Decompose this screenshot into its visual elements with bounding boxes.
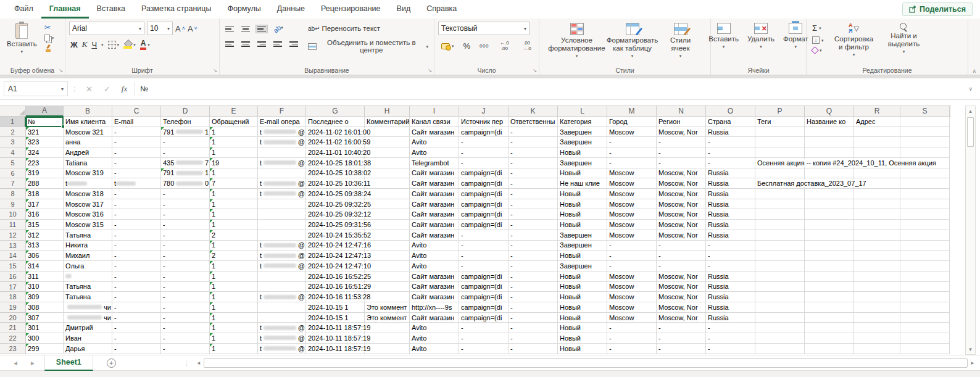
cell-D23[interactable]: - [161,344,210,354]
align-left-button[interactable] [223,39,236,49]
cell-R8[interactable] [854,189,900,199]
cell-P14[interactable] [755,251,805,261]
cell-P13[interactable] [755,241,805,251]
paste-button[interactable]: Вставить ▾ [4,22,40,55]
cell-I12[interactable]: Сайт магазин [410,230,459,241]
selected-cell-A1[interactable]: № [26,117,64,127]
cell-B21[interactable]: Дмитрий [64,323,112,333]
cell-H22[interactable] [365,333,410,344]
row-header-14[interactable]: 14 [0,251,26,261]
cell-B22[interactable]: Иван [64,333,112,344]
fill-handle[interactable] [61,125,65,128]
cell-C5[interactable]: - [112,158,161,168]
cell-L16[interactable]: Новый [558,271,607,282]
ribbon-tab-insert[interactable]: Вставка [89,0,133,19]
cell-K12[interactable]: - [509,230,558,241]
cell-B6[interactable]: Moscow 319 [64,168,112,179]
cell-I15[interactable]: Avito [410,261,459,271]
cell-O9[interactable]: Russia [706,199,755,210]
row-header-20[interactable]: 20 [0,313,26,323]
cell-A17[interactable]: 310 [26,282,64,292]
cell-A16[interactable]: 311 [26,271,64,282]
ribbon-tab-home[interactable]: Главная [41,0,89,19]
scroll-left-icon[interactable]: ◄ [194,360,204,366]
cell-F1[interactable]: E-mail опера [258,117,306,127]
cell-M7[interactable]: Moscow [607,178,657,189]
vertical-scroll-thumb[interactable] [967,117,974,147]
cell-I19[interactable]: http://xn----9s [410,302,459,313]
cell-M22[interactable]: - [607,333,657,344]
row-header-1[interactable]: 1 [0,117,26,127]
cell-L1[interactable]: Категория [558,117,607,127]
cell-G7[interactable]: 2024-10-25 10:36:11 [306,178,365,189]
delete-cells-button[interactable]: ✕ Удалить▾ [744,22,778,50]
cell-R20[interactable] [854,313,900,323]
cell-S13[interactable] [900,241,950,251]
cell-C7[interactable]: t [112,178,161,189]
column-header-K[interactable]: K [509,106,558,117]
cell-N19[interactable]: Moscow, Nor [657,302,706,313]
font-color-button[interactable]: А▾ [140,39,150,50]
cell-P16[interactable] [755,271,805,282]
cell-H17[interactable] [365,282,410,292]
cell-O1[interactable]: Страна [706,117,755,127]
cell-I9[interactable]: Сайт магазин [410,199,459,210]
cell-C23[interactable]: - [112,344,161,354]
select-all-corner[interactable] [0,106,26,117]
cell-Q3[interactable] [805,137,854,147]
underline-button[interactable]: Ч [91,40,97,49]
dialog-launcher-icon[interactable]: ↘ [533,68,537,73]
cell-M9[interactable]: Moscow [607,199,657,210]
cell-M16[interactable]: Moscow [607,271,657,282]
cell-M21[interactable]: - [607,323,657,333]
cell-M17[interactable]: Moscow [607,282,657,292]
cell-R1[interactable]: Адрес [854,117,900,127]
cell-E17[interactable]: 1 [210,282,258,292]
decrease-decimal-button[interactable]: .00 →.0 [518,40,535,52]
cell-Q11[interactable] [805,220,854,230]
cell-O7[interactable]: Russia [706,178,755,189]
cell-N4[interactable]: - [657,147,706,158]
row-header-7[interactable]: 7 [0,178,26,189]
cell-A14[interactable]: 306 [26,251,64,261]
cell-I4[interactable]: Avito [410,147,459,158]
decrease-font-button[interactable]: A˅ [188,24,197,33]
cell-A19[interactable]: 308 [26,302,64,313]
cell-I21[interactable]: Avito [410,323,459,333]
cell-S20[interactable] [900,313,950,323]
column-header-A[interactable]: A [26,106,64,117]
cell-C2[interactable]: - [112,127,161,138]
cell-P7[interactable]: Бесплатная доставка_2023_07_17 [755,178,805,189]
cell-R23[interactable] [854,344,900,354]
cell-L14[interactable]: Новый [558,251,607,261]
cell-C14[interactable]: - [112,251,161,261]
cell-P11[interactable] [755,220,805,230]
cell-J5[interactable]: - [459,158,509,168]
cell-I2[interactable]: Сайт магазин [410,127,459,138]
cell-R13[interactable] [854,241,900,251]
cell-F15[interactable]: t@ [258,261,306,271]
cell-J13[interactable]: - [459,241,509,251]
bold-button[interactable]: Ж [70,40,78,49]
cell-K18[interactable]: - [509,292,558,302]
row-header-6[interactable]: 6 [0,168,26,179]
cell-L17[interactable]: Новый [558,282,607,292]
column-header-R[interactable]: R [854,106,900,117]
cell-N17[interactable]: Moscow, Nor [657,282,706,292]
cell-M12[interactable]: Moscow [607,230,657,241]
cell-S8[interactable] [900,189,950,199]
cell-M23[interactable]: - [607,344,657,354]
cell-E14[interactable]: 2 [210,251,258,261]
cell-A22[interactable]: 300 [26,333,64,344]
format-painter-button[interactable] [43,44,56,52]
cell-K20[interactable]: - [509,313,558,323]
cell-L20[interactable]: Новый [558,313,607,323]
cell-N16[interactable]: Moscow, Nor [657,271,706,282]
cell-N15[interactable]: - [657,261,706,271]
cell-A20[interactable]: 307 [26,313,64,323]
cell-S4[interactable] [900,147,950,158]
cell-A6[interactable]: 319 [26,168,64,179]
cell-F14[interactable]: t@ [258,251,306,261]
column-header-E[interactable]: E [210,106,258,117]
horizontal-scroll-thumb[interactable] [204,358,968,368]
